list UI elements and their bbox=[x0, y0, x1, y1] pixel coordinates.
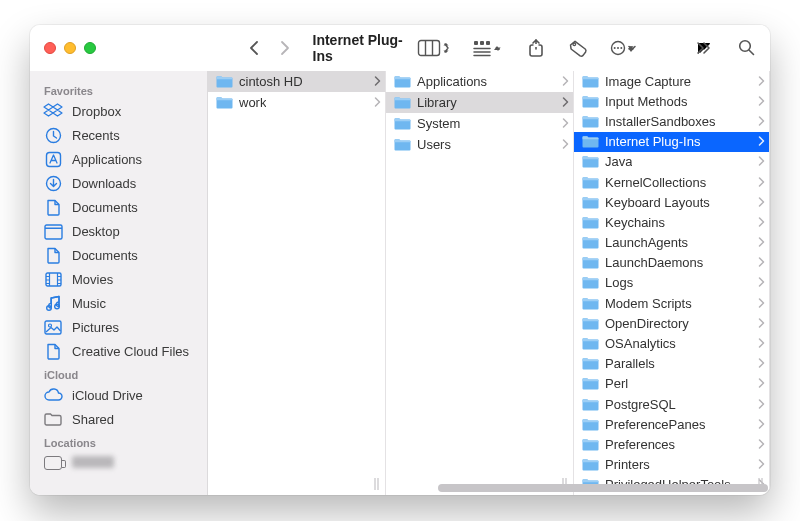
search-button[interactable] bbox=[732, 36, 760, 60]
sidebar-item-applications[interactable]: Applications bbox=[30, 147, 207, 171]
fullscreen-window-button[interactable] bbox=[84, 42, 96, 54]
sidebar-item-label: Recents bbox=[72, 128, 120, 143]
action-menu-button[interactable] bbox=[606, 36, 642, 60]
folder-row[interactable]: Preferences bbox=[574, 434, 769, 454]
share-button[interactable] bbox=[522, 36, 550, 60]
folder-row[interactable]: InstallerSandboxes bbox=[574, 111, 769, 131]
folder-icon bbox=[582, 398, 599, 411]
sidebar-item-documents[interactable]: Documents bbox=[30, 195, 207, 219]
sidebar-item-location[interactable] bbox=[30, 451, 207, 475]
chevron-right-icon bbox=[758, 94, 765, 109]
folder-label: Logs bbox=[605, 275, 633, 290]
folder-icon bbox=[582, 236, 599, 249]
svg-rect-21 bbox=[45, 225, 62, 239]
toolbar-overflow-button[interactable] bbox=[690, 36, 718, 60]
column-view: cintosh HDwork ApplicationsLibrarySystem… bbox=[208, 71, 770, 495]
sidebar-item-music[interactable]: Music bbox=[30, 291, 207, 315]
column-2[interactable]: ApplicationsLibrarySystemUsers bbox=[386, 71, 574, 495]
forward-button[interactable] bbox=[271, 35, 299, 61]
folder-label: Java bbox=[605, 154, 632, 169]
folder-row[interactable]: work bbox=[208, 92, 385, 113]
column-3[interactable]: Image CaptureInput MethodsInstallerSandb… bbox=[574, 71, 770, 495]
column-1[interactable]: cintosh HDwork bbox=[208, 71, 386, 495]
folder-icon bbox=[582, 317, 599, 330]
folder-icon bbox=[394, 75, 411, 88]
sidebar-item-movies[interactable]: Movies bbox=[30, 267, 207, 291]
folder-row[interactable]: LaunchAgents bbox=[574, 233, 769, 253]
sidebar-item-desktop[interactable]: Desktop bbox=[30, 219, 207, 243]
folder-row[interactable]: Java bbox=[574, 152, 769, 172]
folder-label: LaunchDaemons bbox=[605, 255, 703, 270]
folder-label: Keyboard Layouts bbox=[605, 195, 710, 210]
horizontal-scrollbar[interactable] bbox=[398, 484, 756, 492]
folder-label: Input Methods bbox=[605, 94, 687, 109]
folder-row[interactable]: Input Methods bbox=[574, 91, 769, 111]
sidebar-item-shared[interactable]: Shared bbox=[30, 407, 207, 431]
folder-row[interactable]: Library bbox=[386, 92, 573, 113]
folder-row[interactable]: Keyboard Layouts bbox=[574, 192, 769, 212]
svg-rect-10 bbox=[534, 44, 539, 47]
folder-row[interactable]: PreferencePanes bbox=[574, 414, 769, 434]
folder-icon bbox=[394, 117, 411, 130]
folder-gray-icon bbox=[44, 410, 62, 428]
folder-row[interactable]: Printers bbox=[574, 455, 769, 475]
folder-icon bbox=[582, 377, 599, 390]
view-columns-button[interactable] bbox=[414, 36, 456, 60]
title-bar[interactable]: Internet Plug-Ins bbox=[30, 25, 770, 71]
folder-icon bbox=[216, 75, 233, 88]
folder-icon bbox=[216, 96, 233, 109]
folder-label: Modem Scripts bbox=[605, 296, 692, 311]
folder-row[interactable]: Parallels bbox=[574, 354, 769, 374]
tags-button[interactable] bbox=[564, 36, 592, 60]
folder-row[interactable]: KernelCollections bbox=[574, 172, 769, 192]
sidebar-header-icloud: iCloud bbox=[30, 363, 207, 383]
doc-icon bbox=[44, 198, 62, 216]
close-window-button[interactable] bbox=[44, 42, 56, 54]
folder-row[interactable]: Internet Plug-Ins bbox=[574, 132, 769, 152]
sidebar-item-downloads[interactable]: Downloads bbox=[30, 171, 207, 195]
sidebar-item-label: Shared bbox=[72, 412, 114, 427]
back-button[interactable] bbox=[241, 35, 269, 61]
folder-row[interactable]: OpenDirectory bbox=[574, 313, 769, 333]
minimize-window-button[interactable] bbox=[64, 42, 76, 54]
folder-row[interactable]: Perl bbox=[574, 374, 769, 394]
column-resize-handle[interactable] bbox=[371, 477, 383, 491]
sidebar-item-documents[interactable]: Documents bbox=[30, 243, 207, 267]
chevron-right-icon bbox=[374, 95, 381, 110]
folder-label: cintosh HD bbox=[239, 74, 303, 89]
folder-row[interactable]: Keychains bbox=[574, 212, 769, 232]
sidebar-item-icloud-drive[interactable]: iCloud Drive bbox=[30, 383, 207, 407]
sidebar-item-dropbox[interactable]: Dropbox bbox=[30, 99, 207, 123]
folder-icon bbox=[582, 297, 599, 310]
folder-row[interactable]: System bbox=[386, 113, 573, 134]
folder-row[interactable]: PostgreSQL bbox=[574, 394, 769, 414]
group-by-button[interactable] bbox=[470, 36, 508, 60]
folder-icon bbox=[582, 75, 599, 88]
folder-label: Internet Plug-Ins bbox=[605, 134, 700, 149]
folder-row[interactable]: LaunchDaemons bbox=[574, 253, 769, 273]
folder-row[interactable]: Users bbox=[386, 134, 573, 155]
sidebar-item-creative-cloud-files[interactable]: Creative Cloud Files bbox=[30, 339, 207, 363]
scrollbar-thumb[interactable] bbox=[438, 484, 768, 492]
folder-row[interactable]: Applications bbox=[386, 71, 573, 92]
sidebar-item-label bbox=[72, 456, 114, 471]
folder-row[interactable]: Modem Scripts bbox=[574, 293, 769, 313]
sidebar[interactable]: Favorites DropboxRecentsApplicationsDown… bbox=[30, 71, 208, 495]
sidebar-item-pictures[interactable]: Pictures bbox=[30, 315, 207, 339]
folder-row[interactable]: cintosh HD bbox=[208, 71, 385, 92]
folder-label: Users bbox=[417, 137, 451, 152]
folder-row[interactable]: OSAnalytics bbox=[574, 333, 769, 353]
folder-row[interactable]: Logs bbox=[574, 273, 769, 293]
window-controls bbox=[44, 42, 96, 54]
folder-icon bbox=[582, 256, 599, 269]
sidebar-item-recents[interactable]: Recents bbox=[30, 123, 207, 147]
folder-label: Library bbox=[417, 95, 457, 110]
folder-icon bbox=[582, 357, 599, 370]
chevron-right-icon bbox=[562, 74, 569, 89]
chevron-right-icon bbox=[758, 316, 765, 331]
folder-row[interactable]: Image Capture bbox=[574, 71, 769, 91]
sidebar-item-label: Music bbox=[72, 296, 106, 311]
sidebar-item-label: Documents bbox=[72, 200, 138, 215]
folder-label: Parallels bbox=[605, 356, 655, 371]
folder-label: Perl bbox=[605, 376, 628, 391]
